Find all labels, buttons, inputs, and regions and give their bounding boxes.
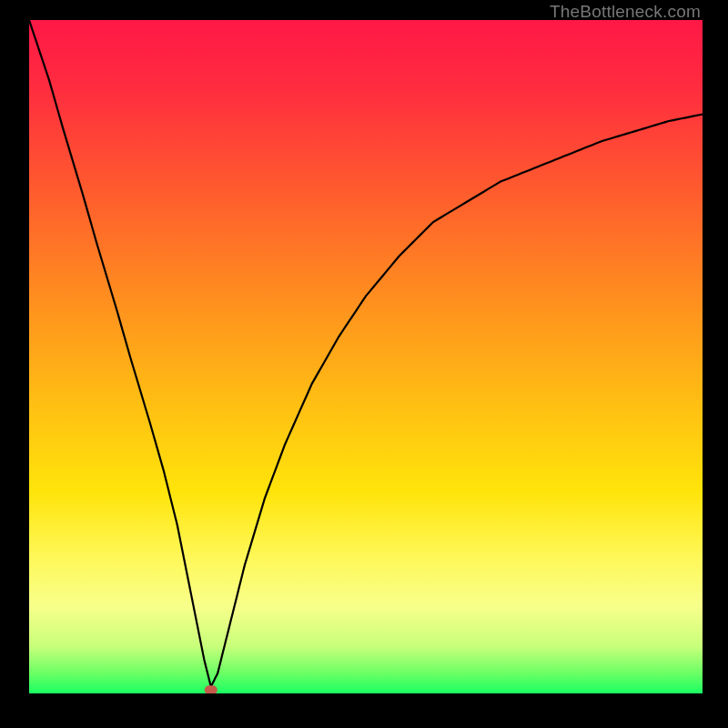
plot-area bbox=[29, 20, 703, 693]
chart-frame: TheBottleneck.com bbox=[0, 0, 728, 728]
bottleneck-chart bbox=[29, 20, 703, 693]
optimal-point-marker bbox=[205, 685, 217, 693]
watermark-text: TheBottleneck.com bbox=[550, 2, 701, 22]
